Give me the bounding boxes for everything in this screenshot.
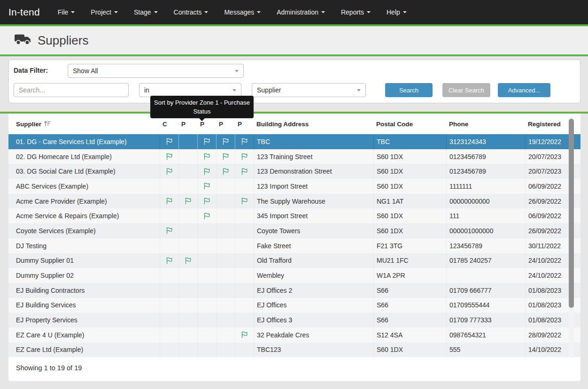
table-row[interactable]: EJ Building ServicesEJ OfficesS660170955…: [8, 298, 580, 313]
building-address: EJ Offices: [254, 298, 373, 313]
phone-number: 01709 777333: [446, 313, 525, 328]
registered-date: 26/09/2022: [525, 223, 568, 238]
table-row[interactable]: DJ TestingFake StreetF21 3TG12345678930/…: [8, 238, 580, 253]
menu-label: Messages: [224, 8, 254, 16]
menu-label: Reports: [341, 8, 364, 16]
phone-number: 111: [446, 208, 525, 223]
supplier-name: 01. DG - Care Services Ltd (Example): [12, 134, 160, 149]
building-address: 123 Import Street: [254, 179, 373, 194]
chevron-down-icon: [367, 11, 371, 13]
flag-cell: [235, 223, 254, 238]
registered-date: 24/10/2022: [525, 253, 568, 268]
chevron-down-icon: [232, 89, 236, 92]
registered-date: 06/09/2022: [525, 208, 568, 223]
column-header-p4[interactable]: P: [235, 121, 254, 128]
menu-label: Project: [91, 8, 111, 16]
column-label: Phone: [449, 121, 468, 128]
table-row[interactable]: 02. DG Homecare Ltd (Example)123 Trainin…: [8, 149, 580, 164]
flag-icon: [165, 137, 173, 145]
scrollbar-thumb[interactable]: [569, 119, 574, 308]
column-label: Registered: [528, 121, 561, 128]
table-row[interactable]: Coyote Services (Example)Coyote TowersS6…: [8, 223, 580, 238]
main-menu: File Project Stage Contracts Messages Ad…: [58, 8, 407, 16]
column-header-postal[interactable]: Postal Code: [373, 121, 446, 128]
flag-cell: [197, 298, 216, 313]
menu-file[interactable]: File: [58, 8, 75, 16]
flag-cell: [178, 253, 197, 268]
suppliers-table: Supplier C P P P P Building Address Post…: [8, 114, 580, 381]
clear-search-button[interactable]: Clear Search: [442, 83, 490, 97]
flag-cell: [160, 283, 178, 298]
search-field-select[interactable]: Supplier: [252, 83, 366, 97]
column-label: Postal Code: [376, 121, 413, 128]
chevron-down-icon: [235, 70, 239, 72]
supplier-name: Coyote Services (Example): [12, 223, 160, 238]
table-row[interactable]: Dummy Supplier 02WembleyW1A 2PR24/10/202…: [8, 268, 580, 283]
search-input[interactable]: [19, 86, 116, 94]
sort-tooltip-text: Sort by Provider Zone 1 - Purchase Statu…: [154, 99, 250, 115]
building-address: Coyote Towers: [254, 223, 373, 238]
flag-cell: [216, 298, 235, 313]
menu-stage[interactable]: Stage: [134, 8, 158, 16]
flag-cell: [178, 223, 197, 238]
flag-cell: [197, 208, 216, 223]
menu-reports[interactable]: Reports: [341, 8, 371, 16]
building-address: 123 Demonstration Street: [254, 164, 373, 179]
search-button[interactable]: Search: [385, 83, 433, 97]
table-row[interactable]: EZ Care Ltd (Example)TBC123S60 1DX55514/…: [8, 343, 580, 358]
advanced-button[interactable]: Advanced...: [498, 83, 550, 97]
menu-administration[interactable]: Administration: [277, 8, 325, 16]
table-row[interactable]: ABC Services (Example)123 Import StreetS…: [8, 179, 580, 194]
table-header-row: Supplier C P P P P Building Address Post…: [8, 114, 580, 134]
building-address: Old Trafford: [254, 253, 373, 268]
flag-cell: [197, 313, 216, 328]
flag-icon: [184, 257, 192, 265]
table-row[interactable]: 03. DG Social Care Ltd (Example)123 Demo…: [8, 164, 580, 179]
vertical-scrollbar[interactable]: [569, 117, 574, 358]
flag-cell: [178, 328, 197, 343]
column-header-supplier[interactable]: Supplier: [12, 120, 160, 129]
column-header-p1[interactable]: P: [178, 121, 197, 128]
postal-code: W1A 2PR: [373, 268, 446, 283]
flag-cell: [235, 134, 254, 149]
flag-cell: [197, 164, 216, 179]
flag-cell: [160, 313, 178, 328]
phone-number: 01709555444: [446, 298, 525, 313]
column-header-p3[interactable]: P: [216, 121, 235, 128]
flag-cell: [235, 328, 254, 343]
flag-cell: [235, 194, 254, 209]
table-row[interactable]: EZ Care 4 U (Example)32 Peakdale CresS12…: [8, 328, 580, 343]
menu-messages[interactable]: Messages: [224, 8, 261, 16]
column-header-registered[interactable]: Registered: [525, 121, 568, 128]
column-header-p2[interactable]: P: [197, 121, 216, 128]
registered-date: 20/07/2023: [525, 149, 568, 164]
column-header-c[interactable]: C: [160, 121, 178, 128]
chevron-down-icon: [71, 11, 75, 13]
menu-project[interactable]: Project: [91, 8, 118, 16]
scope-value: in: [144, 86, 149, 94]
menu-contracts[interactable]: Contracts: [174, 8, 209, 16]
filter-panel: Data Filter: Show All in Supplier Search…: [8, 60, 580, 103]
flag-cell: [160, 328, 178, 343]
flag-cell: [197, 343, 216, 358]
data-filter-select[interactable]: Show All: [68, 64, 244, 78]
flag-icon: [240, 197, 248, 205]
table-row[interactable]: Acme Service & Repairs (Example)345 Impo…: [8, 208, 580, 223]
menu-label: File: [58, 8, 69, 16]
table-row[interactable]: EJ Building ContractorsEJ Offices 2S6601…: [8, 283, 580, 298]
flag-icon: [203, 153, 211, 160]
table-row[interactable]: Acme Care Provider (Example)The Supply W…: [8, 194, 580, 209]
search-scope-select[interactable]: in: [139, 83, 241, 97]
table-row[interactable]: Dummy Supplier 01Old TraffordMU21 1FC017…: [8, 253, 580, 268]
column-header-address[interactable]: Building Address: [254, 121, 373, 128]
flag-cell: [235, 208, 254, 223]
table-row[interactable]: EJ Property ServicesEJ Offices 3S6601709…: [8, 313, 580, 328]
flag-icon: [165, 257, 173, 265]
flag-icon: [240, 168, 248, 175]
table-row[interactable]: 01. DG - Care Services Ltd (Example)TBCT…: [8, 134, 580, 149]
postal-code: MU21 1FC: [373, 253, 446, 268]
column-header-phone[interactable]: Phone: [446, 121, 525, 128]
flag-icon: [165, 153, 173, 160]
postal-code: S60 1DX: [373, 164, 446, 179]
menu-help[interactable]: Help: [387, 8, 407, 16]
